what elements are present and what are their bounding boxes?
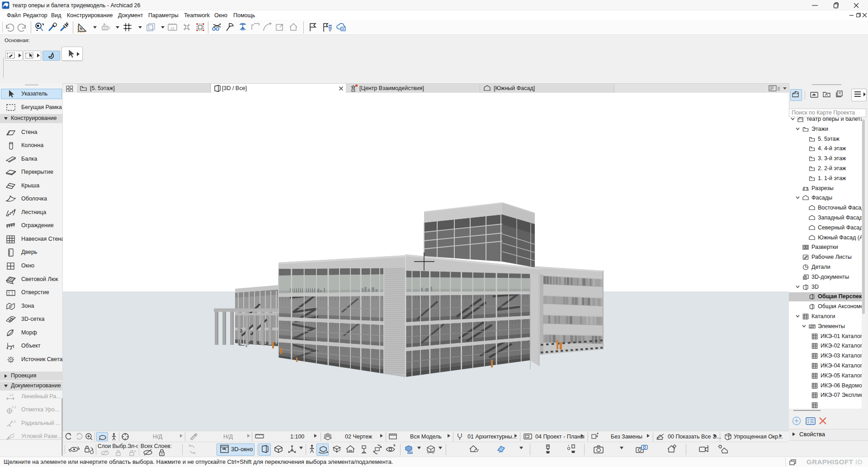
svg-text:y: y bbox=[248, 340, 250, 344]
svg-text:x: x bbox=[245, 344, 247, 348]
svg-text:α: α bbox=[12, 432, 14, 436]
svg-text:Z: Z bbox=[240, 329, 243, 333]
svg-text:1.2: 1.2 bbox=[12, 405, 16, 409]
svg-text:1.2: 1.2 bbox=[9, 393, 14, 396]
svg-text:XY: XY bbox=[103, 27, 108, 30]
svg-text:1.2: 1.2 bbox=[11, 420, 16, 423]
svg-text:12: 12 bbox=[170, 26, 175, 30]
